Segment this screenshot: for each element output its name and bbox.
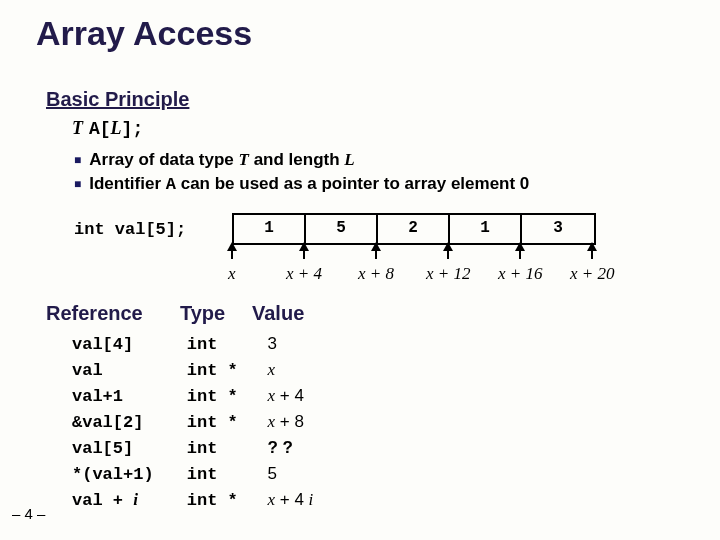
value-suffix: + 8 [275,412,304,431]
table-row: &val[2] int * x + 8 [72,412,313,438]
value-cell: 3 [267,334,276,353]
section-basic-principle: Basic Principle [46,88,189,111]
array-declaration: TA[L]; [72,118,143,139]
slide-title: Array Access [36,14,252,53]
up-arrow-icon [443,242,453,251]
bullet-icon: ■ [74,177,81,191]
table-row: *(val+1) int 5 [72,464,313,490]
b2-post: can be used as a pointer to array elemen… [176,174,529,193]
type-cell: int [187,335,263,354]
table-row: val[5] int ? ? [72,438,313,464]
type-cell: int * [187,491,263,510]
column-value: Value [252,302,304,325]
value-x: x [267,490,275,509]
type-cell: int [187,465,263,484]
value-cell: 5 [267,464,276,483]
up-arrow-icon [227,242,237,251]
ref-cell: val[5] [72,439,182,458]
bullet-icon: ■ [74,153,81,167]
xlabel: x + 12 [426,264,471,284]
b2-A: A [166,175,176,194]
value-cell: ? ? [267,438,293,457]
column-reference: Reference [46,302,143,325]
type-T: T [72,118,83,138]
ref-cell: val[4] [72,335,182,354]
ref-cell: val [72,361,182,380]
type-cell: int [187,439,263,458]
column-type: Type [180,302,225,325]
ref-cell: *(val+1) [72,465,182,484]
decl-L: L [111,118,122,138]
table-row: val+1 int * x + 4 [72,386,313,412]
ref-cell: val + [72,491,133,510]
value-suffix: + 4 [275,386,304,405]
up-arrow-icon [371,242,381,251]
array-cell: 3 [522,215,594,243]
table-row: val[4] int 3 [72,334,313,360]
b1-mid: and length [249,150,344,169]
page-number: – 4 – [12,505,45,522]
array-cell: 1 [234,215,306,243]
ref-cell: val+1 [72,387,182,406]
ref-cell: &val[2] [72,413,182,432]
decl-A: A[ [89,119,111,139]
value-x: x [267,412,275,431]
table-row: val int * x [72,360,313,386]
reference-table: val[4] int 3 val int * x val+1 int * x +… [72,334,313,516]
array-cell: 2 [378,215,450,243]
array-cell: 1 [450,215,522,243]
code-int-val: int val[5]; [74,220,186,239]
type-cell: int * [187,413,263,432]
bullet-1: ■Array of data type T and length L [74,150,529,170]
ref-i: i [133,490,138,509]
xlabel: x [228,264,236,284]
value-suffix: + 4 [275,490,309,509]
b2-pre: Identifier [89,174,166,193]
xlabel: x + 16 [498,264,543,284]
value-cell: x [267,360,275,380]
value-x: x [267,386,275,405]
xlabel: x + 4 [286,264,322,284]
type-cell: int * [187,387,263,406]
decl-close: ]; [122,119,144,139]
type-cell: int * [187,361,263,380]
value-i: i [309,490,314,509]
up-arrow-icon [587,242,597,251]
array-cell: 5 [306,215,378,243]
b1-pre: Array of data type [89,150,238,169]
xlabel: x + 20 [570,264,615,284]
array-box-row: 1 5 2 1 3 [232,213,596,245]
bullet-list: ■Array of data type T and length L ■Iden… [74,150,529,198]
bullet-2: ■Identifier A can be used as a pointer t… [74,174,529,194]
b1-T: T [239,150,249,169]
b1-L: L [344,150,354,169]
up-arrow-icon [515,242,525,251]
table-row: val + i int * x + 4 i [72,490,313,516]
up-arrow-icon [299,242,309,251]
xlabel: x + 8 [358,264,394,284]
